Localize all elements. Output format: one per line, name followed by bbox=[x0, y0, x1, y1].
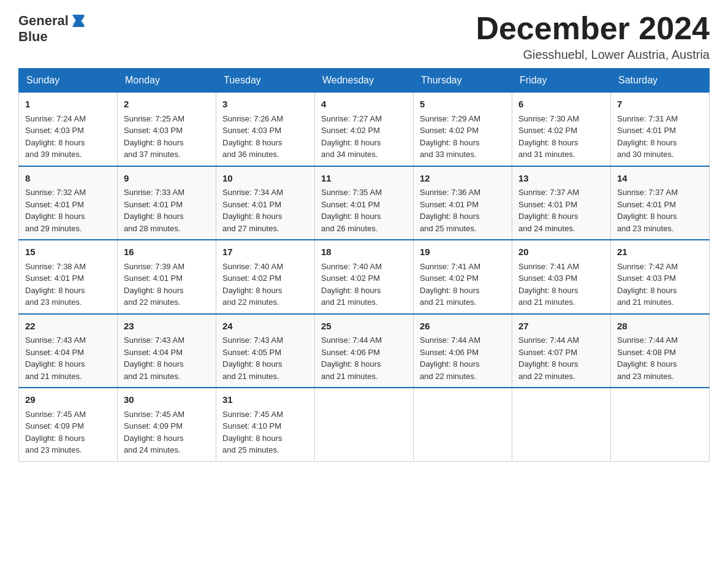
daylight-text: Daylight: 8 hoursand 21 minutes. bbox=[518, 286, 578, 307]
sunrise-text: Sunrise: 7:42 AM bbox=[617, 262, 678, 271]
sunrise-text: Sunrise: 7:43 AM bbox=[124, 335, 184, 345]
location-subtitle: Giesshuebl, Lower Austria, Austria bbox=[476, 48, 710, 62]
sunset-text: Sunset: 4:01 PM bbox=[321, 200, 380, 209]
sunset-text: Sunset: 4:09 PM bbox=[124, 421, 183, 431]
sunset-text: Sunset: 4:01 PM bbox=[518, 200, 577, 209]
calendar-day-cell: 16 Sunrise: 7:39 AM Sunset: 4:01 PM Dayl… bbox=[118, 240, 216, 314]
daylight-text: Daylight: 8 hoursand 22 minutes. bbox=[420, 359, 480, 381]
logo: General Blue bbox=[18, 12, 89, 44]
header-monday: Monday bbox=[118, 69, 216, 93]
daylight-text: Daylight: 8 hoursand 22 minutes. bbox=[222, 286, 282, 307]
daylight-text: Daylight: 8 hoursand 24 minutes. bbox=[518, 212, 578, 233]
sunrise-text: Sunrise: 7:38 AM bbox=[25, 262, 86, 271]
calendar-day-cell bbox=[315, 388, 414, 461]
calendar-day-cell: 5 Sunrise: 7:29 AM Sunset: 4:02 PM Dayli… bbox=[414, 93, 512, 166]
sunset-text: Sunset: 4:01 PM bbox=[25, 274, 84, 283]
sunrise-text: Sunrise: 7:44 AM bbox=[518, 335, 579, 345]
sunrise-text: Sunrise: 7:37 AM bbox=[518, 188, 579, 197]
sunrise-text: Sunrise: 7:45 AM bbox=[222, 410, 283, 419]
calendar-day-cell: 4 Sunrise: 7:27 AM Sunset: 4:02 PM Dayli… bbox=[315, 93, 414, 166]
calendar-day-cell: 18 Sunrise: 7:40 AM Sunset: 4:02 PM Dayl… bbox=[315, 240, 414, 314]
header-saturday: Saturday bbox=[611, 69, 710, 93]
daylight-text: Daylight: 8 hoursand 21 minutes. bbox=[124, 359, 184, 381]
sunrise-text: Sunrise: 7:45 AM bbox=[25, 410, 86, 419]
logo-flag-icon bbox=[70, 12, 87, 29]
logo-blue: Blue bbox=[18, 29, 48, 44]
day-number: 21 bbox=[617, 245, 703, 259]
calendar-day-cell: 13 Sunrise: 7:37 AM Sunset: 4:01 PM Dayl… bbox=[512, 166, 611, 240]
calendar-day-cell: 1 Sunrise: 7:24 AM Sunset: 4:03 PM Dayli… bbox=[19, 93, 118, 166]
calendar-day-cell: 14 Sunrise: 7:37 AM Sunset: 4:01 PM Dayl… bbox=[611, 166, 710, 240]
calendar-day-cell: 10 Sunrise: 7:34 AM Sunset: 4:01 PM Dayl… bbox=[216, 166, 315, 240]
calendar-day-cell: 11 Sunrise: 7:35 AM Sunset: 4:01 PM Dayl… bbox=[315, 166, 414, 240]
calendar-day-cell: 2 Sunrise: 7:25 AM Sunset: 4:03 PM Dayli… bbox=[118, 93, 216, 166]
day-number: 27 bbox=[518, 320, 604, 334]
header-friday: Friday bbox=[512, 69, 611, 93]
calendar-week-row: 29 Sunrise: 7:45 AM Sunset: 4:09 PM Dayl… bbox=[19, 388, 710, 461]
sunset-text: Sunset: 4:02 PM bbox=[518, 126, 577, 135]
day-number: 18 bbox=[321, 245, 407, 259]
sunrise-text: Sunrise: 7:44 AM bbox=[420, 335, 480, 345]
daylight-text: Daylight: 8 hoursand 22 minutes. bbox=[518, 359, 578, 381]
calendar-day-cell: 21 Sunrise: 7:42 AM Sunset: 4:03 PM Dayl… bbox=[611, 240, 710, 314]
daylight-text: Daylight: 8 hoursand 24 minutes. bbox=[124, 434, 184, 455]
sunrise-text: Sunrise: 7:30 AM bbox=[518, 114, 579, 123]
sunrise-text: Sunrise: 7:41 AM bbox=[420, 262, 480, 271]
day-number: 8 bbox=[25, 172, 111, 186]
calendar-day-cell: 29 Sunrise: 7:45 AM Sunset: 4:09 PM Dayl… bbox=[19, 388, 118, 461]
sunset-text: Sunset: 4:03 PM bbox=[222, 126, 281, 135]
daylight-text: Daylight: 8 hoursand 21 minutes. bbox=[617, 286, 677, 307]
day-number: 20 bbox=[518, 245, 604, 259]
day-number: 5 bbox=[420, 98, 506, 112]
sunset-text: Sunset: 4:01 PM bbox=[420, 200, 479, 209]
calendar-day-cell: 22 Sunrise: 7:43 AM Sunset: 4:04 PM Dayl… bbox=[19, 314, 118, 388]
sunset-text: Sunset: 4:01 PM bbox=[617, 200, 676, 209]
daylight-text: Daylight: 8 hoursand 28 minutes. bbox=[124, 212, 184, 233]
calendar-day-cell: 12 Sunrise: 7:36 AM Sunset: 4:01 PM Dayl… bbox=[414, 166, 512, 240]
daylight-text: Daylight: 8 hoursand 26 minutes. bbox=[321, 212, 381, 233]
sunrise-text: Sunrise: 7:37 AM bbox=[617, 188, 678, 197]
sunset-text: Sunset: 4:01 PM bbox=[124, 274, 183, 283]
day-number: 28 bbox=[617, 320, 703, 334]
calendar-table: Sunday Monday Tuesday Wednesday Thursday… bbox=[18, 68, 710, 462]
sunset-text: Sunset: 4:03 PM bbox=[617, 274, 676, 283]
day-number: 19 bbox=[420, 245, 506, 259]
sunset-text: Sunset: 4:02 PM bbox=[420, 274, 479, 283]
sunrise-text: Sunrise: 7:41 AM bbox=[518, 262, 579, 271]
sunset-text: Sunset: 4:04 PM bbox=[124, 348, 183, 357]
daylight-text: Daylight: 8 hoursand 36 minutes. bbox=[222, 138, 282, 159]
sunrise-text: Sunrise: 7:40 AM bbox=[321, 262, 382, 271]
sunset-text: Sunset: 4:03 PM bbox=[124, 126, 183, 135]
calendar-day-cell bbox=[611, 388, 710, 461]
daylight-text: Daylight: 8 hoursand 21 minutes. bbox=[222, 359, 282, 381]
sunset-text: Sunset: 4:10 PM bbox=[222, 421, 281, 431]
calendar-day-cell: 31 Sunrise: 7:45 AM Sunset: 4:10 PM Dayl… bbox=[216, 388, 315, 461]
day-number: 29 bbox=[25, 393, 111, 407]
day-number: 11 bbox=[321, 172, 407, 186]
sunset-text: Sunset: 4:02 PM bbox=[222, 274, 281, 283]
sunset-text: Sunset: 4:05 PM bbox=[222, 348, 281, 357]
day-number: 30 bbox=[124, 393, 210, 407]
day-number: 7 bbox=[617, 98, 703, 112]
calendar-week-row: 22 Sunrise: 7:43 AM Sunset: 4:04 PM Dayl… bbox=[19, 314, 710, 388]
sunrise-text: Sunrise: 7:43 AM bbox=[25, 335, 86, 345]
sunset-text: Sunset: 4:07 PM bbox=[518, 348, 577, 357]
day-number: 24 bbox=[222, 320, 308, 334]
daylight-text: Daylight: 8 hoursand 37 minutes. bbox=[124, 138, 184, 159]
daylight-text: Daylight: 8 hoursand 34 minutes. bbox=[321, 138, 381, 159]
day-number: 15 bbox=[25, 245, 111, 259]
calendar-day-cell: 27 Sunrise: 7:44 AM Sunset: 4:07 PM Dayl… bbox=[512, 314, 611, 388]
day-number: 16 bbox=[124, 245, 210, 259]
day-number: 3 bbox=[222, 98, 308, 112]
calendar-day-cell bbox=[414, 388, 512, 461]
calendar-day-cell: 26 Sunrise: 7:44 AM Sunset: 4:06 PM Dayl… bbox=[414, 314, 512, 388]
daylight-text: Daylight: 8 hoursand 25 minutes. bbox=[420, 212, 480, 233]
day-number: 23 bbox=[124, 320, 210, 334]
calendar-day-cell: 6 Sunrise: 7:30 AM Sunset: 4:02 PM Dayli… bbox=[512, 93, 611, 166]
sunset-text: Sunset: 4:01 PM bbox=[222, 200, 281, 209]
day-number: 25 bbox=[321, 320, 407, 334]
day-number: 14 bbox=[617, 172, 703, 186]
sunrise-text: Sunrise: 7:32 AM bbox=[25, 188, 86, 197]
sunset-text: Sunset: 4:03 PM bbox=[518, 274, 577, 283]
sunset-text: Sunset: 4:02 PM bbox=[420, 126, 479, 135]
